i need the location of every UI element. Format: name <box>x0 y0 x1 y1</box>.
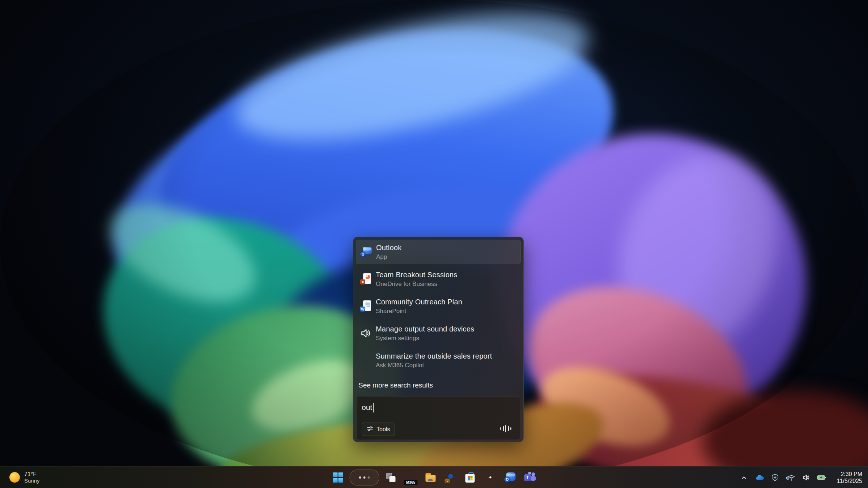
search-query-text: out <box>362 403 372 412</box>
search-result-outlook[interactable]: O Outlook App <box>356 240 521 264</box>
search-result-sound-devices[interactable]: Manage output sound devices System setti… <box>356 321 520 345</box>
word-badge-letter: W <box>360 307 365 312</box>
tools-button[interactable]: Tools <box>362 423 395 436</box>
task-view-button[interactable] <box>383 469 399 486</box>
desktop: O Outlook App P Team Breakout Sessions O… <box>0 0 868 488</box>
typing-dot <box>363 476 366 479</box>
microsoft-365-app-icon: ✦ <box>485 472 496 483</box>
outlook-app-icon: O <box>360 246 372 258</box>
m365-copilot-icon: M365 <box>405 471 417 484</box>
result-subtitle: SharePoint <box>376 308 462 315</box>
teams-badge-letter: T <box>524 474 531 481</box>
chevron-up-icon[interactable] <box>739 472 749 483</box>
search-result-team-breakout[interactable]: P Team Breakout Sessions OneDrive for Bu… <box>356 267 520 291</box>
system-tray: 2:30 PM 11/5/2025 <box>739 467 864 488</box>
result-subtitle: Ask M365 Copilot <box>376 362 492 369</box>
result-subtitle: OneDrive for Business <box>376 281 458 288</box>
powerpoint-file-icon: P <box>360 273 371 285</box>
task-view-icon <box>386 472 396 483</box>
tools-filter-icon <box>367 425 373 433</box>
edge-business-button[interactable] <box>442 469 459 486</box>
search-input[interactable]: out <box>362 402 514 412</box>
search-box-panel: out Tools <box>356 396 520 440</box>
outlook-button[interactable]: O <box>502 469 519 486</box>
result-title: Outlook <box>376 244 401 252</box>
teams-icon: T <box>524 472 536 483</box>
result-subtitle: App <box>376 253 401 261</box>
weather-condition: Sunny <box>24 478 40 484</box>
result-subtitle: System settings <box>376 335 474 342</box>
tools-button-label: Tools <box>376 426 390 433</box>
wifi-secure-icon[interactable] <box>786 472 795 483</box>
text-cursor <box>373 403 374 412</box>
see-more-search-results-link[interactable]: See more search results <box>356 379 520 391</box>
m365-copilot-app-button[interactable]: M365 <box>403 469 419 486</box>
taskbar: 71°F Sunny M365 <box>0 466 868 488</box>
search-result-copilot-summarize[interactable]: Summarize the outside sales report Ask M… <box>356 348 520 372</box>
file-explorer-button[interactable] <box>422 469 439 486</box>
microsoft-365-app-button[interactable]: ✦ <box>482 469 499 486</box>
tray-time: 2:30 PM <box>841 471 862 478</box>
search-pill[interactable] <box>350 470 379 485</box>
sun-icon <box>9 472 20 483</box>
result-title: Community Outreach Plan <box>376 298 462 306</box>
powerpoint-badge-letter: P <box>360 279 365 284</box>
file-explorer-icon <box>425 472 437 483</box>
studio-effects-icon[interactable] <box>770 472 780 483</box>
typing-dot <box>368 476 370 479</box>
start-icon <box>333 472 343 483</box>
weather-temperature: 71°F <box>24 471 40 478</box>
taskbar-center-icons: M365 <box>330 467 539 488</box>
microsoft-store-button[interactable] <box>462 469 479 486</box>
clock[interactable]: 2:30 PM 11/5/2025 <box>835 471 864 484</box>
result-title: Team Breakout Sessions <box>376 271 458 279</box>
outlook-badge-letter: O <box>505 477 510 483</box>
start-button[interactable] <box>330 469 346 486</box>
teams-button[interactable]: T <box>522 469 539 486</box>
onedrive-icon[interactable] <box>755 472 764 483</box>
speaker-icon[interactable] <box>801 472 811 483</box>
m365-badge: M365 <box>404 480 418 485</box>
speaker-icon <box>360 328 371 339</box>
search-result-community-outreach[interactable]: W Community Outreach Plan SharePoint <box>356 294 520 318</box>
sparkle-glyph: ✦ <box>485 472 496 483</box>
result-title: Manage output sound devices <box>376 325 474 333</box>
typing-dot <box>359 476 361 479</box>
tray-date: 11/5/2025 <box>837 478 862 484</box>
microsoft-store-icon <box>465 472 476 483</box>
voice-search-icon[interactable] <box>500 425 511 432</box>
battery-charging-icon[interactable] <box>817 472 826 483</box>
search-flyout: O Outlook App P Team Breakout Sessions O… <box>353 237 524 442</box>
outlook-badge-letter: O <box>360 252 366 257</box>
outlook-icon: O <box>505 472 516 483</box>
result-title: Summarize the outside sales report <box>376 352 492 360</box>
word-file-icon: W <box>360 300 371 312</box>
weather-widget[interactable]: 71°F Sunny <box>6 467 43 488</box>
edge-business-icon <box>445 472 456 483</box>
m365-copilot-icon <box>360 355 371 366</box>
